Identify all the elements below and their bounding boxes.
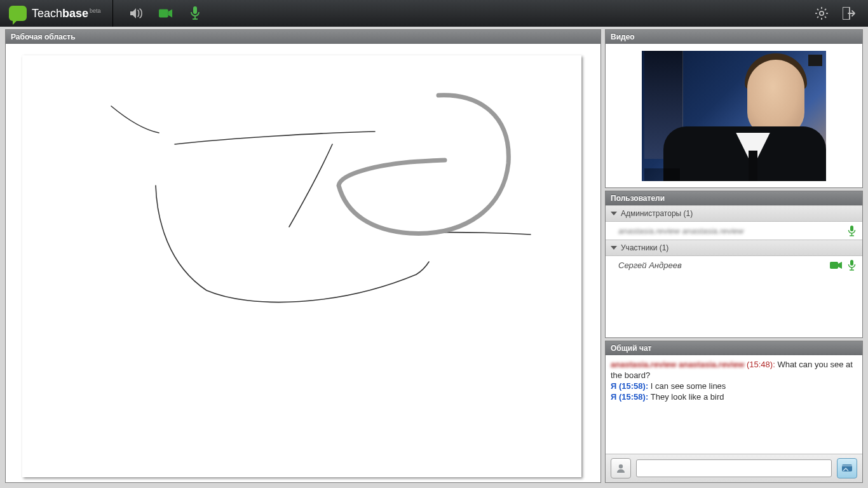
speaker-icon[interactable] (130, 6, 144, 20)
svg-rect-14 (850, 226, 853, 231)
top-toolbar: Teachbasebeta (0, 0, 868, 27)
users-panel: Пользователи Администраторы (1) anastasi… (605, 191, 863, 338)
chat-footer (606, 454, 862, 482)
users-title: Пользователи (606, 191, 862, 205)
participants-label: Участники (1) (621, 243, 668, 252)
chat-time: (15:58): (619, 381, 648, 391)
chat-title: Общий чат (606, 341, 862, 355)
participants-group-header[interactable]: Участники (1) (606, 240, 862, 256)
admins-label: Администраторы (1) (621, 209, 693, 218)
admin-name: anastasia.review anastasia.review (618, 226, 743, 236)
users-body: Администраторы (1) anastasia.review anas… (606, 205, 862, 337)
microphone-icon[interactable] (848, 260, 856, 271)
svg-rect-17 (830, 262, 838, 269)
recipient-button[interactable] (611, 458, 631, 478)
user-row-participant[interactable]: Сергей Андреев (606, 256, 862, 274)
video-pip-indicator (808, 55, 822, 66)
svg-line-9 (817, 9, 818, 10)
brand-name-bold: base (62, 7, 88, 20)
chat-author: Я (611, 381, 616, 391)
svg-line-12 (817, 17, 818, 18)
microphone-icon[interactable] (188, 6, 202, 20)
svg-rect-18 (850, 260, 853, 266)
participant-name: Сергей Андреев (618, 261, 682, 270)
microphone-icon[interactable] (848, 226, 856, 236)
toolbar-right (815, 6, 868, 20)
chat-text: I can see some lines (651, 381, 726, 391)
whiteboard-canvas[interactable] (22, 55, 581, 477)
brand-logo: Teachbasebeta (0, 0, 113, 27)
chevron-down-icon (611, 212, 617, 215)
logout-icon[interactable] (843, 6, 857, 20)
media-controls (113, 6, 202, 20)
chat-time: (15:58): (619, 392, 648, 402)
video-title: Видео (606, 30, 862, 44)
workspace-panel: Рабочая область (5, 29, 601, 483)
workspace-body (6, 44, 600, 482)
chevron-down-icon (611, 246, 617, 250)
camera-icon[interactable] (159, 6, 173, 20)
video-panel: Видео (605, 29, 863, 188)
svg-rect-1 (193, 6, 197, 14)
chat-author: anastasia.review anastasia.review (611, 360, 744, 369)
chat-author: Я (611, 392, 616, 402)
svg-point-4 (820, 11, 824, 15)
user-row-admin[interactable]: anastasia.review anastasia.review (606, 222, 862, 240)
video-body (606, 44, 862, 187)
svg-line-11 (825, 9, 826, 10)
brand-beta: beta (90, 8, 101, 14)
gear-icon[interactable] (815, 6, 829, 20)
chat-message: Я (15:58): I can see some lines (611, 381, 857, 391)
brand-name: Teachbasebeta (32, 7, 101, 20)
chat-message: anastasia.review anastasia.review (15:48… (611, 359, 857, 381)
camera-icon[interactable] (830, 261, 843, 269)
svg-line-10 (825, 17, 826, 18)
brand-name-light: Teach (32, 7, 62, 20)
svg-rect-0 (159, 10, 168, 18)
chat-messages[interactable]: anastasia.review anastasia.review (15:48… (606, 355, 862, 454)
video-feed[interactable] (642, 51, 826, 181)
logo-icon (9, 6, 27, 21)
admins-group-header[interactable]: Администраторы (1) (606, 205, 862, 222)
chat-input[interactable] (636, 459, 832, 477)
chat-text: They look like a bird (651, 392, 724, 402)
send-button[interactable] (837, 458, 857, 478)
workspace-title: Рабочая область (6, 30, 600, 44)
chat-time: (15:48): (747, 360, 775, 369)
chat-panel: Общий чат anastasia.review anastasia.rev… (605, 341, 863, 483)
chat-message: Я (15:58): They look like a bird (611, 391, 857, 402)
svg-point-21 (619, 464, 623, 468)
